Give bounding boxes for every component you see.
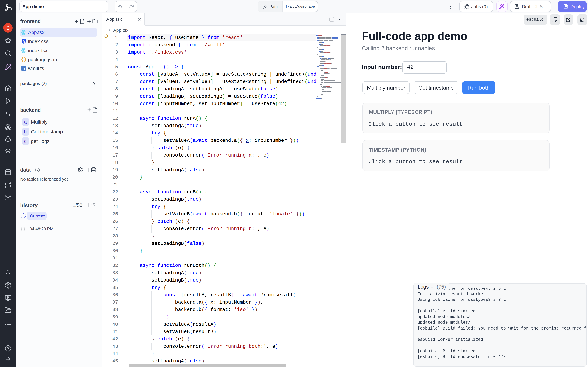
svg-text:TS: TS bbox=[22, 67, 26, 70]
